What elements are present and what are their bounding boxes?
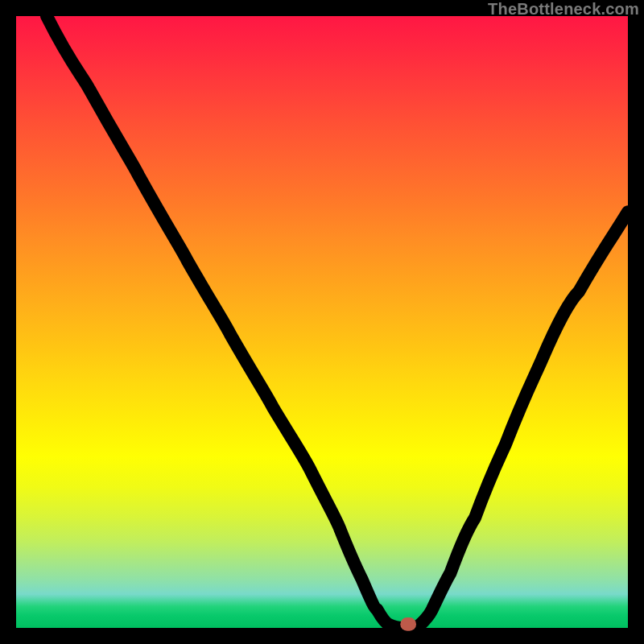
chart-stage: TheBottleneck.com: [0, 0, 644, 644]
curve-layer: [16, 16, 628, 628]
bottleneck-curve: [47, 16, 628, 628]
optimum-marker: [400, 617, 416, 631]
gradient-plot-area: [16, 16, 628, 628]
watermark-text: TheBottleneck.com: [488, 0, 639, 19]
